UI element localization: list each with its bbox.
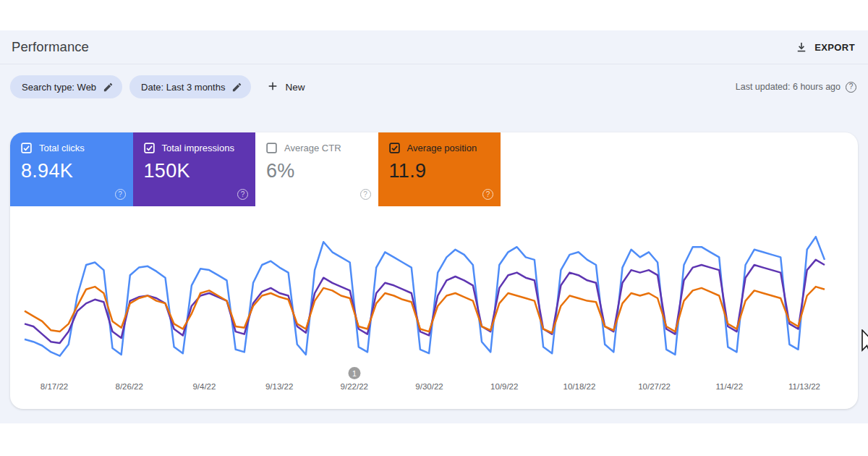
- help-icon[interactable]: ?: [482, 189, 493, 200]
- x-tick-label: 9/13/22: [265, 382, 293, 391]
- new-filter-button[interactable]: New: [267, 80, 305, 94]
- help-icon[interactable]: ?: [846, 82, 856, 93]
- search-type-chip-label: Search type: Web: [22, 82, 96, 93]
- metric-value: 8.94K: [21, 160, 123, 182]
- chart-x-axis: 8/17/228/26/229/4/229/13/229/22/229/30/2…: [10, 382, 858, 394]
- export-button[interactable]: EXPORT: [795, 41, 855, 54]
- x-tick-label: 11/4/22: [716, 382, 744, 391]
- checkbox-unchecked-icon[interactable]: [266, 143, 277, 153]
- performance-panel: Total clicks 8.94K ? Total impressions 1…: [10, 132, 858, 409]
- series-line-average-position: [25, 287, 825, 333]
- metric-label: Average CTR: [284, 143, 341, 153]
- chart-canvas[interactable]: [10, 217, 858, 373]
- edit-pencil-icon: [231, 82, 242, 93]
- plus-icon: [267, 80, 278, 94]
- page-title: Performance: [12, 39, 89, 55]
- x-tick-label: 9/30/22: [415, 382, 443, 391]
- x-tick-label: 9/22/22: [341, 382, 368, 391]
- total-impressions-card[interactable]: Total impressions 150K ?: [133, 132, 256, 206]
- checkbox-checked-icon[interactable]: [389, 143, 400, 153]
- mouse-cursor: [861, 329, 868, 357]
- page-header: Performance EXPORT: [0, 30, 868, 64]
- metric-value: 11.9: [389, 160, 491, 182]
- download-icon: [795, 41, 808, 54]
- average-ctr-card[interactable]: Average CTR 6% ?: [255, 132, 378, 206]
- metric-value: 150K: [144, 160, 246, 182]
- search-console-performance-page: Performance EXPORT Search type: Web Date…: [0, 30, 868, 423]
- x-tick-label: 11/13/22: [788, 382, 820, 391]
- checkbox-checked-icon[interactable]: [144, 143, 155, 153]
- x-tick-label: 10/9/22: [490, 382, 518, 391]
- checkbox-checked-icon[interactable]: [21, 143, 32, 153]
- x-tick-label: 10/18/22: [563, 382, 596, 391]
- annotation-marker-badge[interactable]: 1: [348, 367, 360, 379]
- date-range-chip[interactable]: Date: Last 3 months: [129, 75, 251, 98]
- x-tick-label: 9/4/22: [192, 382, 216, 391]
- last-updated-text: Last updated: 6 hours ago: [736, 82, 841, 92]
- x-tick-label: 8/17/22: [41, 382, 68, 391]
- last-updated-status: Last updated: 6 hours ago ?: [736, 82, 856, 93]
- edit-pencil-icon: [103, 82, 114, 93]
- total-clicks-card[interactable]: Total clicks 8.94K ?: [10, 132, 133, 206]
- metric-cards-row: Total clicks 8.94K ? Total impressions 1…: [10, 132, 858, 206]
- help-icon[interactable]: ?: [237, 189, 248, 200]
- help-icon[interactable]: ?: [360, 189, 371, 200]
- average-position-card[interactable]: Average position 11.9 ?: [378, 132, 501, 206]
- x-tick-label: 8/26/22: [116, 382, 143, 391]
- metric-label: Average position: [407, 143, 477, 153]
- filter-bar: Search type: Web Date: Last 3 months Ne: [0, 64, 868, 98]
- metric-label: Total impressions: [162, 143, 234, 153]
- search-type-chip[interactable]: Search type: Web: [10, 75, 122, 98]
- x-tick-label: 10/27/22: [638, 382, 671, 391]
- help-icon[interactable]: ?: [115, 189, 126, 200]
- metric-label: Total clicks: [39, 143, 85, 153]
- date-range-chip-label: Date: Last 3 months: [141, 82, 225, 93]
- new-filter-label: New: [285, 82, 305, 93]
- export-label: EXPORT: [814, 42, 855, 53]
- metric-value: 6%: [266, 160, 368, 182]
- performance-line-chart: [10, 217, 858, 373]
